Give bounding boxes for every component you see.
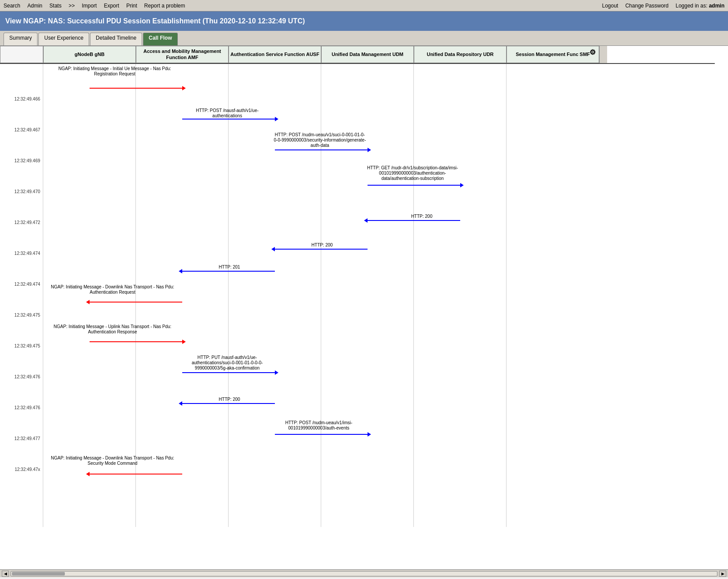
time-label: 12:32:49.469: [0, 157, 43, 187]
lane-rows: 12:32:49.46612:32:49.46712:32:49.46912:3…: [0, 95, 715, 527]
col-header-smf: Session Management Func SMF ⚙: [507, 46, 599, 63]
change-password-link[interactable]: Change Password: [625, 3, 668, 9]
lane-cell: [43, 95, 136, 126]
lane-cell: [414, 218, 507, 249]
logout-link[interactable]: Logout: [602, 3, 618, 9]
scroll-left-button[interactable]: ◀: [2, 571, 9, 577]
time-label: 12:32:49.477: [0, 434, 43, 465]
lane-cell: [43, 157, 136, 187]
lane-cell: [229, 95, 321, 126]
tab-summary[interactable]: Summary: [4, 33, 38, 45]
lane-cell: [507, 373, 599, 403]
lane-cell: [43, 218, 136, 249]
time-label: 12:32:49.475: [0, 311, 43, 342]
settings-gear-icon[interactable]: ⚙: [587, 47, 598, 58]
time-label: 12:32:49.476: [0, 373, 43, 403]
lane-cell: [136, 434, 229, 465]
lane-cell: [414, 403, 507, 434]
time-label: 12:32:49.476: [0, 403, 43, 434]
lane-cell: [414, 280, 507, 311]
lane-cell: [321, 249, 414, 280]
menu-report[interactable]: Report a problem: [144, 3, 185, 9]
lane-cell: [414, 157, 507, 187]
menu-print[interactable]: Print: [126, 3, 137, 9]
lane-cell: [414, 434, 507, 465]
lane-cell: [136, 465, 229, 496]
lane-cell: [507, 218, 599, 249]
lane-row: 12:32:49.470: [0, 187, 715, 218]
lane-cell: [321, 95, 414, 126]
lane-cell: [321, 403, 414, 434]
col-header-amf: Access and Mobility Management Function …: [136, 46, 229, 63]
menu-export[interactable]: Export: [104, 3, 119, 9]
lane-row: 12:32:49.477: [0, 434, 715, 465]
col-header-gnodeb: gNodeB gNB: [43, 46, 136, 63]
time-spacer: [0, 64, 43, 95]
scroll-right-indicator: [599, 46, 607, 63]
lane-cell: [321, 280, 414, 311]
lane-cell: [321, 373, 414, 403]
lane-cell: [43, 496, 136, 527]
tab-detailed-timeline[interactable]: Detailed Timeline: [90, 33, 142, 45]
logged-in-label: Logged in as: admin: [675, 3, 724, 9]
lane-row: 12:32:49.476: [0, 403, 715, 434]
time-col-header: [0, 46, 43, 63]
lane-cell: [414, 496, 507, 527]
lane-cell: [229, 280, 321, 311]
lane-cell: [43, 465, 136, 496]
horizontal-scrollbar[interactable]: ◀ ▶: [0, 569, 728, 577]
lane-cell: [136, 218, 229, 249]
lane-cell: [136, 373, 229, 403]
lane-cell: [414, 373, 507, 403]
lane1-spacer: [136, 64, 229, 95]
lane-cell: [136, 342, 229, 373]
lane-cell: [136, 157, 229, 187]
lane3-spacer: [321, 64, 414, 95]
lane-cell: [229, 373, 321, 403]
menu-search[interactable]: Search: [4, 3, 20, 9]
tab-user-experience[interactable]: User Experience: [38, 33, 89, 45]
lane-cell: [43, 249, 136, 280]
lane-cell: [229, 342, 321, 373]
lane-cell: [321, 157, 414, 187]
lane-row: [0, 496, 715, 527]
call-flow-scroll-area[interactable]: gNodeB gNB Access and Mobility Managemen…: [0, 46, 728, 569]
time-label: 12:32:49.474: [0, 249, 43, 280]
lane-cell: [507, 249, 599, 280]
lane-cell: [414, 187, 507, 218]
tab-call-flow[interactable]: Call Flow: [143, 33, 178, 45]
lane-cell: [414, 342, 507, 373]
lane-row: 12:32:49.474: [0, 249, 715, 280]
scrollbar-track[interactable]: [11, 571, 717, 576]
time-label: 12:32:49.474: [0, 280, 43, 311]
lane-row: 12:32:49.467: [0, 126, 715, 157]
scrollbar-thumb[interactable]: [12, 572, 65, 575]
lane-cell: [321, 496, 414, 527]
lane-cell: [507, 496, 599, 527]
lane-cell: [136, 496, 229, 527]
lane-cell: [507, 311, 599, 342]
lane-cell: [321, 126, 414, 157]
lane-cell: [229, 157, 321, 187]
scroll-right-button[interactable]: ▶: [719, 571, 726, 577]
lane-row: 12:32:49.474: [0, 280, 715, 311]
menu-admin[interactable]: Admin: [27, 3, 42, 9]
lane-cell: [507, 126, 599, 157]
lane4-spacer: [414, 64, 507, 95]
lane5-spacer: [507, 64, 599, 95]
lane-cell: [136, 95, 229, 126]
lane-cell: [136, 403, 229, 434]
lane-cell: [43, 403, 136, 434]
lane-cell: [321, 342, 414, 373]
lane-cell: [43, 280, 136, 311]
lane-cell: [507, 95, 599, 126]
lane-cell: [507, 342, 599, 373]
lane-cell: [229, 187, 321, 218]
lane-cell: [229, 249, 321, 280]
lane-cell: [43, 373, 136, 403]
lane-cell: [136, 187, 229, 218]
menu-stats[interactable]: Stats: [49, 3, 61, 9]
time-label: 12:32:49.470: [0, 187, 43, 218]
page-title: View NGAP: NAS: Successful PDU Session E…: [0, 11, 728, 31]
menu-import[interactable]: Import: [82, 3, 97, 9]
